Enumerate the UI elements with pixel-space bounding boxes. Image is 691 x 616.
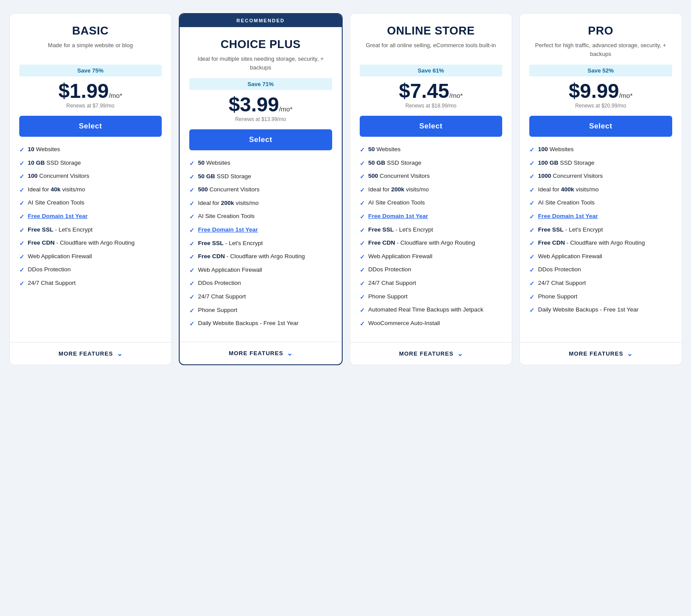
feature-text: AI Site Creation Tools (28, 199, 85, 206)
feature-item: ✓ DDos Protection (19, 266, 162, 275)
check-icon: ✓ (19, 226, 24, 235)
select-button[interactable]: Select (360, 116, 503, 137)
feature-content: Free Domain 1st Year (198, 226, 258, 234)
feature-item: ✓ AI Site Creation Tools (529, 199, 672, 208)
check-icon: ✓ (189, 200, 194, 208)
feature-content: 50 GB SSD Storage (368, 159, 422, 167)
check-icon: ✓ (529, 226, 535, 235)
feature-link[interactable]: Free Domain 1st Year (368, 213, 428, 219)
feature-bold: 50 (368, 146, 375, 152)
feature-item: ✓ Ideal for 400k visits/mo (529, 186, 672, 195)
check-icon: ✓ (360, 280, 365, 288)
plan-body: CHOICE PLUS Ideal for multiple sites nee… (180, 27, 342, 333)
check-icon: ✓ (19, 253, 24, 262)
feature-content: Automated Real Time Backups with Jetpack (368, 306, 483, 314)
more-features-footer[interactable]: MORE FEATURES ⌄ (10, 342, 172, 365)
feature-item: ✓ Web Application Firewall (19, 253, 162, 262)
feature-item: ✓ 50 GB SSD Storage (189, 173, 332, 182)
feature-content: 24/7 Chat Support (198, 293, 246, 301)
feature-item: ✓ Free SSL - Let's Encrypt (19, 226, 162, 235)
feature-link[interactable]: Free Domain 1st Year (198, 226, 258, 233)
feature-text: Daily Website Backups - Free 1st Year (198, 320, 299, 326)
price-renew: Renews at $7.99/mo (19, 103, 162, 109)
feature-bold: 100 GB (538, 159, 559, 166)
feature-text: Daily Website Backups - Free 1st Year (538, 306, 639, 313)
feature-bold: Free CDN (198, 253, 225, 260)
feature-text: Web Application Firewall (198, 266, 262, 273)
feature-content: AI Site Creation Tools (368, 199, 425, 207)
chevron-down-icon: ⌄ (287, 349, 292, 357)
check-icon: ✓ (529, 186, 535, 195)
per-mo: /mo* (619, 92, 632, 99)
feature-bold: Free SSL (28, 226, 54, 233)
feature-content: 24/7 Chat Support (28, 279, 76, 287)
check-icon: ✓ (189, 240, 194, 249)
feature-bold: 400k (561, 186, 574, 193)
per-mo: /mo* (279, 105, 292, 113)
feature-bold: 50 GB (198, 173, 215, 180)
check-icon: ✓ (19, 173, 24, 181)
feature-text: DDos Protection (368, 266, 411, 273)
price-main: $7.45/mo* (399, 80, 463, 102)
price-renew: Renews at $18.99/mo (360, 103, 503, 109)
feature-content: Free CDN - Cloudflare with Argo Routing (368, 239, 476, 247)
price-block: $7.45/mo* (360, 81, 503, 101)
more-features-footer[interactable]: MORE FEATURES ⌄ (180, 342, 342, 364)
feature-text: Phone Support (538, 293, 577, 300)
check-icon: ✓ (189, 266, 194, 275)
feature-content: Free SSL - Let's Encrypt (28, 226, 93, 234)
feature-item: ✓ Free Domain 1st Year (360, 212, 503, 221)
feature-item: ✓ Free CDN - Cloudflare with Argo Routin… (360, 239, 503, 248)
check-icon: ✓ (529, 159, 535, 168)
check-icon: ✓ (19, 199, 24, 208)
feature-item: ✓ 24/7 Chat Support (19, 279, 162, 288)
check-icon: ✓ (189, 253, 194, 262)
feature-bold: 200k (391, 186, 404, 193)
price-main: $1.99/mo* (59, 80, 122, 102)
check-icon: ✓ (529, 306, 535, 315)
feature-item: ✓ Ideal for 200k visits/mo (189, 199, 332, 208)
price-main: $3.99/mo* (229, 93, 292, 116)
feature-content: Free Domain 1st Year (28, 212, 88, 221)
feature-content: AI Site Creation Tools (28, 199, 85, 207)
feature-bold: 50 GB (368, 159, 385, 166)
feature-item: ✓ Phone Support (189, 306, 332, 315)
plan-body: BASIC Made for a simple website or blog … (10, 14, 172, 333)
feature-item: ✓ DDos Protection (360, 266, 503, 275)
check-icon: ✓ (360, 293, 365, 302)
more-features-label: MORE FEATURES (229, 350, 283, 356)
select-button[interactable]: Select (529, 116, 672, 137)
feature-bold: 50 (198, 159, 205, 166)
feature-content: AI Site Creation Tools (538, 199, 595, 207)
feature-text: 24/7 Chat Support (28, 280, 76, 286)
more-features-footer[interactable]: MORE FEATURES ⌄ (520, 342, 682, 365)
feature-text: DDos Protection (538, 266, 581, 273)
plan-name: CHOICE PLUS (189, 38, 332, 51)
per-mo: /mo* (449, 92, 463, 99)
plan-card-pro: PRO Perfect for high traffic, advanced s… (519, 13, 682, 365)
feature-content: 100 GB SSD Storage (538, 159, 594, 167)
feature-content: 100 Websites (538, 145, 574, 154)
plan-card-online-store: ONLINE STORE Great for all online sellin… (350, 13, 513, 365)
feature-item: ✓ Automated Real Time Backups with Jetpa… (360, 306, 503, 315)
feature-content: Free Domain 1st Year (538, 212, 598, 221)
feature-text: 24/7 Chat Support (198, 293, 246, 300)
feature-item: ✓ Daily Website Backups - Free 1st Year (189, 319, 332, 329)
feature-link[interactable]: Free Domain 1st Year (538, 213, 598, 219)
feature-item: ✓ Free CDN - Cloudflare with Argo Routin… (19, 239, 162, 248)
feature-content: DDos Protection (368, 266, 411, 274)
feature-item: ✓ 10 Websites (19, 145, 162, 155)
feature-text: WooCommerce Auto-Install (368, 320, 440, 326)
more-features-label: MORE FEATURES (399, 350, 454, 357)
plan-body: PRO Perfect for high traffic, advanced s… (520, 14, 682, 333)
plan-card-basic: BASIC Made for a simple website or blog … (9, 13, 172, 365)
feature-link[interactable]: Free Domain 1st Year (28, 213, 88, 219)
select-button[interactable]: Select (189, 129, 332, 150)
feature-item: ✓ 100 Concurrent Visitors (19, 172, 162, 181)
more-features-footer[interactable]: MORE FEATURES ⌄ (350, 342, 512, 365)
check-icon: ✓ (19, 280, 24, 288)
check-icon: ✓ (529, 293, 535, 302)
feature-content: 500 Concurrent Visitors (198, 186, 260, 194)
select-button[interactable]: Select (19, 116, 162, 137)
check-icon: ✓ (19, 146, 24, 155)
